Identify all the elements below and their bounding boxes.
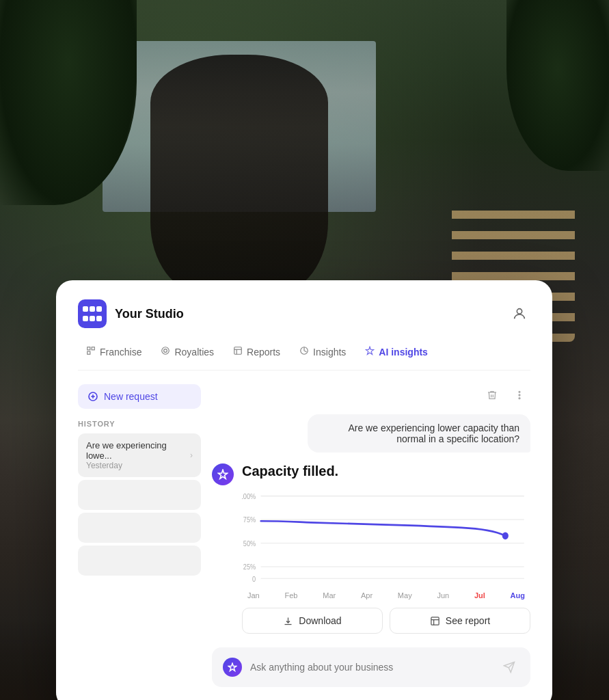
history-item-date-0: Yesterday <box>86 461 190 470</box>
reports-icon <box>233 346 243 358</box>
more-icon <box>514 390 525 401</box>
svg-point-4 <box>162 347 170 355</box>
x-label-apr: Apr <box>361 591 373 600</box>
svg-point-5 <box>164 349 167 353</box>
x-label-feb: Feb <box>285 591 298 600</box>
trash-icon <box>487 390 498 401</box>
svg-point-15 <box>519 398 520 399</box>
tab-reports[interactable]: Reports <box>225 342 288 362</box>
royalties-icon <box>161 346 170 358</box>
x-label-jun: Jun <box>437 591 449 600</box>
svg-text:100%: 100% <box>242 492 256 500</box>
svg-rect-3 <box>87 351 90 354</box>
svg-rect-27 <box>431 617 439 624</box>
history-label: HISTORY <box>78 420 201 428</box>
send-icon <box>503 661 515 673</box>
chat-toolbar <box>212 384 530 406</box>
history-skeleton-2 <box>78 513 201 543</box>
app-icon-dot-5 <box>90 316 95 321</box>
chart-container: 100% 75% 50% 25% 0 <box>242 490 530 600</box>
main-content: New request HISTORY Are we experiencing … <box>78 384 530 687</box>
ai-insights-icon <box>365 346 375 358</box>
download-icon <box>283 616 293 626</box>
svg-point-0 <box>517 309 522 314</box>
main-card: Your Studio Franchise Royaltie <box>56 280 552 700</box>
response-content: Capacity filled. 100% 75% <box>242 463 530 634</box>
app-icon-dot-3 <box>96 306 102 312</box>
svg-rect-1 <box>87 347 90 350</box>
app-icon-dot-1 <box>83 306 88 312</box>
header-left: Your Studio <box>78 299 184 328</box>
app-icon-dot-6 <box>96 316 102 321</box>
sidebar: New request HISTORY Are we experiencing … <box>78 384 201 687</box>
action-buttons: Download See report <box>242 608 530 634</box>
x-label-may: May <box>398 591 412 600</box>
chat-input[interactable] <box>250 662 491 673</box>
tab-royalties[interactable]: Royalties <box>152 342 222 362</box>
app-icon-dot-2 <box>90 306 95 312</box>
tab-franchise[interactable]: Franchise <box>78 342 150 362</box>
history-skeleton-3 <box>78 546 201 576</box>
svg-rect-6 <box>234 347 242 355</box>
chart-x-labels: Jan Feb Mar Apr May Jun Jul Aug <box>242 591 530 600</box>
input-area <box>212 647 530 687</box>
more-options-button[interactable] <box>509 384 530 406</box>
user-message: Are we experiencing lower capacity than … <box>308 414 530 453</box>
svg-rect-2 <box>92 347 94 350</box>
franchise-icon <box>86 346 96 358</box>
x-label-jul: Jul <box>474 591 485 600</box>
insights-icon <box>299 346 309 358</box>
chat-area: Are we experiencing lower capacity than … <box>212 384 530 687</box>
x-label-aug: Aug <box>511 591 525 600</box>
ai-avatar <box>212 463 234 485</box>
chevron-right-icon: › <box>190 450 193 460</box>
modal-header: Your Studio <box>78 299 530 328</box>
report-icon <box>430 616 440 626</box>
plus-circle-icon <box>87 391 98 402</box>
tab-ai-insights[interactable]: AI insights <box>357 342 436 362</box>
tab-insights[interactable]: Insights <box>291 342 354 362</box>
svg-text:75%: 75% <box>243 516 256 524</box>
user-profile-button[interactable] <box>509 303 530 325</box>
new-request-button[interactable]: New request <box>78 384 201 409</box>
user-icon <box>512 306 527 321</box>
svg-text:0: 0 <box>252 575 256 583</box>
app-icon-dot-4 <box>83 316 88 321</box>
history-skeleton-1 <box>78 480 201 510</box>
capacity-chart: 100% 75% 50% 25% 0 <box>242 490 530 586</box>
app-icon <box>78 299 107 328</box>
history-item-text-0: Are we experiencing lowe... <box>86 440 190 461</box>
svg-point-13 <box>519 392 520 393</box>
download-button[interactable]: Download <box>242 608 383 634</box>
send-button[interactable] <box>499 657 519 677</box>
svg-text:50%: 50% <box>243 539 256 548</box>
response-title: Capacity filled. <box>242 463 530 479</box>
svg-text:25%: 25% <box>243 563 256 571</box>
svg-point-26 <box>502 532 509 539</box>
history-item-0[interactable]: Are we experiencing lowe... Yesterday › <box>78 433 201 477</box>
x-label-jan: Jan <box>247 591 260 600</box>
ai-response-card: Capacity filled. 100% 75% <box>212 463 530 634</box>
nav-tabs: Franchise Royalties Reports <box>78 342 530 371</box>
input-ai-icon <box>223 658 242 677</box>
app-title: Your Studio <box>115 307 184 321</box>
delete-button[interactable] <box>481 384 503 406</box>
x-label-mar: Mar <box>323 591 336 600</box>
svg-point-14 <box>519 394 520 396</box>
see-report-button[interactable]: See report <box>390 608 530 634</box>
